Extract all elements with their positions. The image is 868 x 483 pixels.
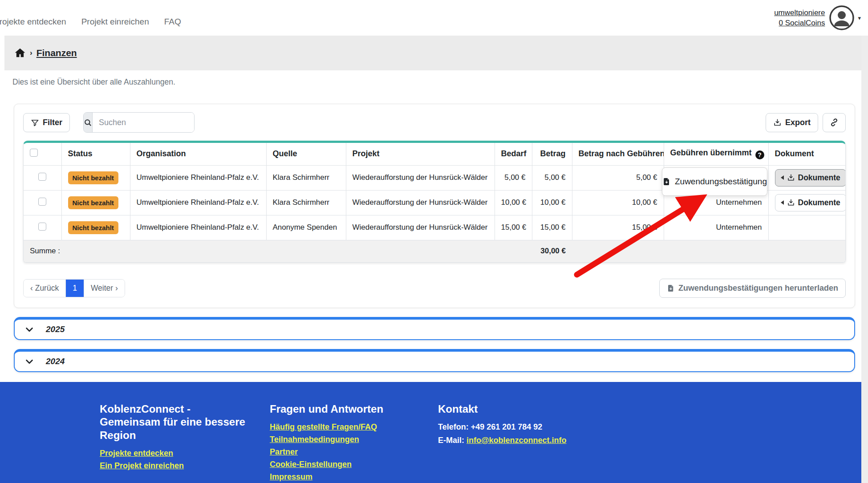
footer-kontakt-heading: Kontakt bbox=[438, 402, 669, 415]
cell-quelle: Klara Schirmherr bbox=[266, 190, 346, 215]
filter-button[interactable]: Filter bbox=[23, 113, 70, 132]
footer-link-faq[interactable]: Häufig gestellte Fragen/FAQ bbox=[270, 422, 438, 432]
footer-email: E-Mail: info@koblenzconnect.info bbox=[438, 436, 669, 445]
chevron-down-icon bbox=[24, 357, 34, 366]
pagination-page-1[interactable]: 1 bbox=[65, 280, 84, 297]
accordion-year-label: 2025 bbox=[46, 325, 65, 334]
search-input[interactable] bbox=[93, 113, 195, 132]
payouts-table-card: Status Organisation Quelle Projekt Bedar… bbox=[23, 141, 846, 263]
avatar[interactable] bbox=[829, 5, 854, 30]
cell-betrag: 10,00 € bbox=[532, 190, 572, 215]
nav-faq[interactable]: FAQ bbox=[164, 17, 181, 27]
zuwendungsbestaetigung-menu-item[interactable]: Zuwendungsbestätigung bbox=[662, 167, 767, 196]
col-betrag: Betrag bbox=[532, 143, 572, 165]
footer-email-label: E-Mail: bbox=[438, 436, 466, 445]
cell-betrag-nach-gebuehren: 10,00 € bbox=[572, 190, 664, 215]
col-status: Status bbox=[61, 143, 130, 165]
pagination-prev[interactable]: ‹ Zurück bbox=[24, 280, 65, 297]
export-button[interactable]: Export bbox=[766, 113, 818, 132]
sum-row: Summe : 30,00 € bbox=[24, 240, 846, 262]
row-checkbox[interactable] bbox=[38, 173, 46, 181]
cell-projekt: Wiederaufforstung der Hunsrück-Wälder bbox=[346, 215, 495, 240]
footer-link-projekte-entdecken[interactable]: Projekte entdecken bbox=[100, 449, 247, 458]
row-checkbox[interactable] bbox=[38, 223, 46, 231]
export-download-icon bbox=[773, 118, 782, 127]
user-area: umweltpioniere 0 SocialCoins ▾ bbox=[774, 5, 864, 30]
username-link[interactable]: umweltpioniere bbox=[774, 8, 825, 17]
filter-button-label: Filter bbox=[43, 118, 62, 127]
cell-bedarf: 5,00 € bbox=[495, 165, 532, 190]
breadcrumb: › Finanzen bbox=[4, 36, 868, 70]
chevron-down-icon[interactable]: ▾ bbox=[858, 15, 861, 21]
status-badge: Nicht bezahlt bbox=[68, 171, 118, 184]
table-toolbar: Filter Export bbox=[23, 112, 846, 133]
cell-gebuehren-uebernimmt: Unternehmen bbox=[664, 215, 768, 240]
breadcrumb-finanzen[interactable]: Finanzen bbox=[37, 48, 77, 58]
zuwendungsbestaetigung-label: Zuwendungsbestätigung bbox=[675, 177, 767, 187]
cell-organisation: Umweltpioniere Rheinland-Pfalz e.V. bbox=[130, 190, 266, 215]
page-description: Dies ist eine Übersicht über alle Auszah… bbox=[0, 70, 868, 87]
col-quelle: Quelle bbox=[266, 143, 346, 165]
status-badge: Nicht bezahlt bbox=[68, 196, 118, 209]
socialcoins-link[interactable]: 0 SocialCoins bbox=[779, 19, 825, 28]
footer-brand-heading: KoblenzConnect - Gemeinsam für eine bess… bbox=[100, 402, 247, 442]
main-nav: Projekte entdecken Projekt einreichen FA… bbox=[0, 9, 181, 27]
triangle-left-icon bbox=[781, 200, 784, 205]
file-download-icon bbox=[662, 177, 671, 187]
search-icon bbox=[84, 113, 93, 132]
dokumente-button[interactable]: Dokumente bbox=[775, 169, 846, 187]
download-icon bbox=[787, 174, 795, 182]
footer-link-cookie-einstellungen[interactable]: Cookie-Einstellungen bbox=[270, 460, 438, 469]
dokumente-button[interactable]: Dokumente bbox=[775, 194, 846, 211]
col-projekt: Projekt bbox=[346, 143, 495, 165]
pagination-next[interactable]: Weiter › bbox=[84, 280, 125, 297]
row-checkbox[interactable] bbox=[38, 198, 46, 206]
accordion-year-label: 2024 bbox=[46, 357, 65, 366]
file-download-icon bbox=[667, 284, 675, 293]
cell-betrag: 5,00 € bbox=[532, 165, 572, 190]
footer-email-link[interactable]: info@koblenzconnect.info bbox=[466, 436, 567, 445]
footer-link-teilnahmebedingungen[interactable]: Teilnahmebedingungen bbox=[270, 435, 438, 444]
nav-projekte-entdecken[interactable]: Projekte entdecken bbox=[0, 17, 66, 27]
triangle-left-icon bbox=[781, 175, 784, 180]
cell-betrag-nach-gebuehren: 15,00 € bbox=[572, 215, 664, 240]
sum-value: 30,00 € bbox=[532, 240, 572, 262]
help-question-icon[interactable]: ? bbox=[755, 150, 764, 159]
footer: KoblenzConnect - Gemeinsam für eine bess… bbox=[0, 382, 868, 483]
link-icon bbox=[830, 118, 839, 127]
footer-link-impressum[interactable]: Impressum bbox=[270, 472, 438, 482]
col-organisation: Organisation bbox=[130, 143, 266, 165]
nav-projekt-einreichen[interactable]: Projekt einreichen bbox=[81, 17, 149, 27]
finance-card: Filter Export bbox=[14, 104, 855, 308]
download-all-label: Zuwendungsbestätigungen herunterladen bbox=[678, 284, 838, 293]
chevron-down-icon bbox=[24, 325, 34, 334]
cell-quelle: Klara Schirmherr bbox=[266, 165, 346, 190]
top-bar: Projekte entdecken Projekt einreichen FA… bbox=[0, 0, 868, 36]
select-all-checkbox[interactable] bbox=[30, 149, 38, 157]
cell-bedarf: 10,00 € bbox=[495, 190, 532, 215]
table-header-row: Status Organisation Quelle Projekt Bedar… bbox=[24, 143, 846, 165]
copy-link-button[interactable] bbox=[823, 113, 846, 132]
home-icon[interactable] bbox=[14, 47, 26, 59]
col-betrag-nach-gebuehren: Betrag nach Gebühren bbox=[572, 143, 664, 165]
cell-organisation: Umweltpioniere Rheinland-Pfalz e.V. bbox=[130, 165, 266, 190]
download-all-confirmations-button[interactable]: Zuwendungsbestätigungen herunterladen bbox=[659, 279, 846, 298]
cell-projekt: Wiederaufforstung der Hunsrück-Wälder bbox=[346, 190, 495, 215]
download-icon bbox=[787, 199, 795, 207]
accordion-2025[interactable]: 2025 bbox=[14, 317, 855, 340]
sum-label: Summe : bbox=[24, 240, 532, 262]
cell-betrag-nach-gebuehren: 5,00 € bbox=[572, 165, 664, 190]
footer-link-projekt-einreichen[interactable]: Ein Projekt einreichen bbox=[100, 461, 247, 471]
dokumente-button-label: Dokumente bbox=[798, 198, 840, 207]
cell-organisation: Umweltpioniere Rheinland-Pfalz e.V. bbox=[130, 215, 266, 240]
search-group bbox=[83, 112, 195, 133]
accordion-2024[interactable]: 2024 bbox=[14, 349, 855, 372]
footer-link-partner[interactable]: Partner bbox=[270, 447, 438, 457]
table-row: Nicht bezahlt Umweltpioniere Rheinland-P… bbox=[24, 215, 846, 240]
scrollbar[interactable] bbox=[861, 36, 868, 483]
cell-quelle: Anonyme Spenden bbox=[266, 215, 346, 240]
footer-faq-heading: Fragen und Antworten bbox=[270, 402, 438, 415]
payouts-table: Status Organisation Quelle Projekt Bedar… bbox=[24, 143, 846, 262]
col-gebuehren-uebernimmt: Gebühren übernimmt? bbox=[664, 143, 768, 165]
footer-telefon: Telefon: +49 261 201 784 92 bbox=[438, 422, 669, 432]
